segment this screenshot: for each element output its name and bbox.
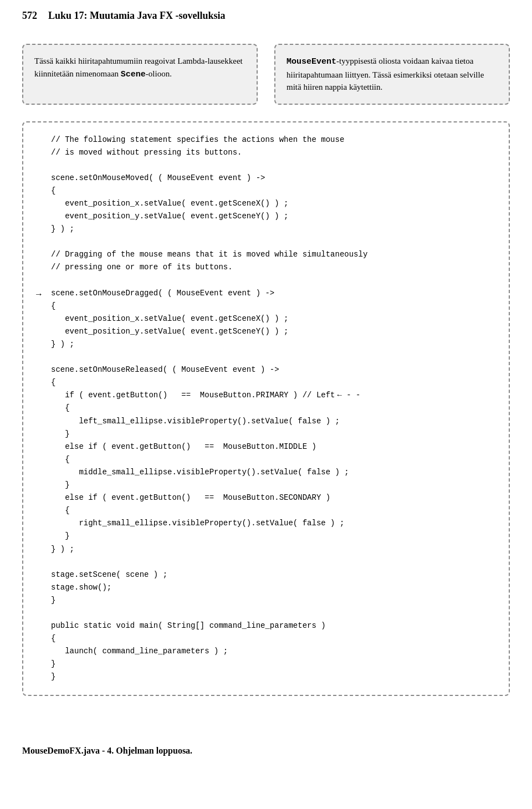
code-line-1: // The following statement specifies the…: [51, 134, 492, 146]
code-line-13: scene.setOnMouseDragged( ( MouseEvent ev…: [51, 287, 492, 300]
code-line-28: }: [51, 479, 492, 491]
code-line-9: [51, 235, 492, 248]
code-line-31: right_small_ellipse.visibleProperty().se…: [51, 517, 492, 530]
code-line-2: // is moved without pressing its buttons…: [51, 146, 492, 159]
code-line-19: scene.setOnMouseReleased( ( MouseEvent e…: [51, 363, 492, 376]
callout-left-text2: -olioon.: [146, 69, 172, 78]
page-content: Tässä kaikki hiiritapahtumumiin reagoiva…: [0, 27, 532, 735]
code-line-16: event_position_y.setValue( event.getScen…: [51, 325, 492, 338]
code-line-3: [51, 159, 492, 172]
code-line-40: {: [51, 632, 492, 645]
code-line-8: } ) ;: [51, 223, 492, 235]
page-footer: MouseDemoFX.java - 4. Ohjelman loppuosa.: [0, 735, 532, 761]
code-line-13-row: → scene.setOnMouseDragged( ( MouseEvent …: [51, 287, 492, 300]
code-line-30: {: [51, 504, 492, 517]
code-line-32: }: [51, 530, 492, 542]
code-line-34: [51, 556, 492, 569]
code-line-11: // pressing one or more of its buttons.: [51, 261, 492, 274]
code-line-6: event_position_x.setValue( event.getScen…: [51, 197, 492, 210]
code-line-24: }: [51, 428, 492, 441]
code-line-18: [51, 351, 492, 363]
code-line-26: {: [51, 453, 492, 466]
code-line-17: } ) ;: [51, 338, 492, 351]
code-line-10: // Dragging of the mouse means that it i…: [51, 248, 492, 261]
callout-box-right: MouseEvent-tyyppisestä oliosta voidaan k…: [274, 44, 510, 105]
callout-left-mono: Scene: [121, 70, 146, 79]
code-line-15: event_position_x.setValue( event.getScen…: [51, 313, 492, 325]
code-line-42: }: [51, 658, 492, 670]
code-line-5: {: [51, 185, 492, 197]
code-line-20: {: [51, 376, 492, 389]
code-line-23: left_small_ellipse.visibleProperty().set…: [51, 415, 492, 428]
code-line-21: if ( event.getButton() == MouseButton.PR…: [51, 389, 335, 402]
code-line-25: else if ( event.getButton() == MouseButt…: [51, 441, 492, 453]
code-line-21-row: if ( event.getButton() == MouseButton.PR…: [51, 389, 492, 402]
code-line-35: stage.setScene( scene ) ;: [51, 569, 492, 581]
code-line-14: {: [51, 300, 492, 313]
code-line-38: [51, 607, 492, 619]
code-line-43: }: [51, 670, 492, 683]
code-line-4: scene.setOnMouseMoved( ( MouseEvent even…: [51, 172, 492, 185]
code-line-36: stage.show();: [51, 581, 492, 594]
code-line-29: else if ( event.getButton() == MouseButt…: [51, 491, 492, 504]
code-line-37: }: [51, 594, 492, 607]
callout-right-mono: MouseEvent: [287, 57, 336, 66]
code-line-27: middle_small_ellipse.visibleProperty().s…: [51, 466, 492, 479]
page-header: 572 Luku 17: Muutamia Java FX -sovelluks…: [0, 0, 532, 27]
code-line-7: event_position_y.setValue( event.getScen…: [51, 210, 492, 223]
callout-box-left: Tässä kaikki hiiritapahtumumiin reagoiva…: [22, 44, 258, 105]
code-line-41: launch( command_line_parameters ) ;: [51, 645, 492, 658]
annotation-arrow: ← - -: [337, 389, 360, 402]
page-title: Luku 17: Muutamia Java FX -sovelluksia: [48, 10, 226, 22]
callout-row: Tässä kaikki hiiritapahtumumiin reagoiva…: [22, 44, 510, 105]
code-line-39: public static void main( String[] comman…: [51, 619, 492, 632]
code-line-22: {: [51, 402, 492, 414]
code-line-33: } ) ;: [51, 543, 492, 556]
page-number: 572: [22, 10, 37, 22]
arrow-marker: →: [34, 287, 43, 301]
footer-caption: MouseDemoFX.java - 4. Ohjelman loppuosa.: [22, 746, 192, 755]
code-block-main: // The following statement specifies the…: [22, 121, 510, 696]
code-line-12: [51, 274, 492, 287]
